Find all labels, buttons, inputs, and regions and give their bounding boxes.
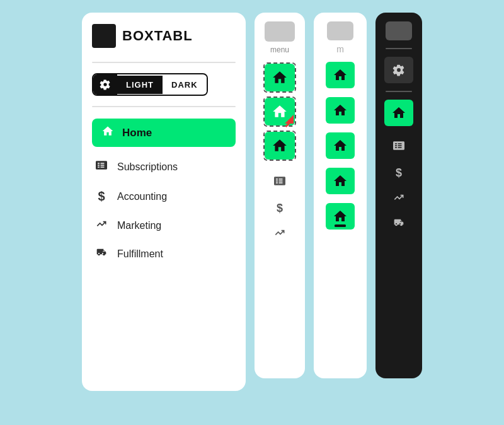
home-btn-dark[interactable]	[384, 100, 413, 126]
home-btn-mini-5[interactable]	[326, 203, 355, 230]
nav-item-home[interactable]: Home	[92, 119, 236, 147]
dark-divider-1	[386, 48, 412, 49]
theme-dark-side	[93, 74, 117, 95]
nav-item-marketing[interactable]: Marketing	[92, 212, 236, 238]
home-btn-mini-1[interactable]	[326, 62, 355, 88]
nav-fulfillment-label: Fulfillment	[117, 248, 163, 260]
trending-icon-dark	[392, 192, 406, 205]
nav-item-accounting[interactable]: $ Accounting	[92, 183, 236, 210]
home-btn-selected-1[interactable]	[263, 62, 296, 93]
nav-item-fulfillment[interactable]: Fulfillment	[92, 241, 236, 267]
sidebar-main: BOXTABL LIGHT DARK Home Subscriptions $ …	[82, 13, 246, 391]
gear-button-dark[interactable]	[384, 57, 413, 83]
home-icon-btn-1[interactable]	[265, 64, 295, 91]
theme-light-button[interactable]: LIGHT	[117, 76, 163, 94]
panel-dark: $	[375, 13, 422, 378]
theme-dark-button[interactable]: DARK	[163, 76, 207, 94]
panel-mini: m	[314, 13, 367, 378]
subs-icon-panel1	[273, 175, 286, 189]
home-btn-mini-3[interactable]	[326, 132, 355, 159]
logo-text: BOXTABL	[122, 28, 193, 44]
subs-icon-dark	[392, 140, 405, 154]
home-btn-selected-2[interactable]	[263, 96, 296, 127]
sidebar-header: BOXTABL	[92, 24, 193, 48]
home-icon-btn-2[interactable]	[265, 98, 295, 125]
placeholder-top	[265, 21, 295, 42]
nav-marketing-label: Marketing	[117, 220, 161, 231]
truck-icon-dark	[392, 218, 406, 230]
gear-icon	[100, 79, 111, 90]
subscriptions-icon	[94, 160, 108, 174]
divider-2	[92, 106, 236, 107]
dollar-icon: $	[94, 189, 108, 204]
trending-icon	[94, 219, 108, 232]
nav-subscriptions-label: Subscriptions	[117, 161, 178, 173]
truck-icon	[94, 247, 108, 260]
nav-item-subscriptions[interactable]: Subscriptions	[92, 153, 236, 180]
panel-menu-full: menu $	[255, 13, 305, 378]
divider-1	[92, 62, 236, 63]
trending-icon-panel1	[273, 228, 287, 240]
home-btn-mini-2[interactable]	[326, 97, 355, 124]
menu-label: menu	[270, 45, 289, 54]
logo-box	[92, 24, 116, 48]
menu-label-m: m	[336, 44, 344, 54]
theme-toggle[interactable]: LIGHT DARK	[92, 73, 208, 96]
nav-home-label: Home	[122, 127, 152, 139]
nav-accounting-label: Accounting	[117, 191, 167, 202]
home-btn-mini-4[interactable]	[326, 168, 355, 194]
placeholder-dark-top	[386, 21, 412, 40]
home-btn-selected-3[interactable]	[263, 131, 296, 161]
dollar-icon-dark: $	[396, 166, 402, 180]
home-icon	[101, 125, 115, 141]
dollar-icon-panel1: $	[277, 202, 283, 215]
home-icon-btn-3[interactable]	[265, 132, 295, 160]
dark-divider-2	[386, 91, 412, 92]
placeholder-top-mini	[327, 21, 353, 40]
